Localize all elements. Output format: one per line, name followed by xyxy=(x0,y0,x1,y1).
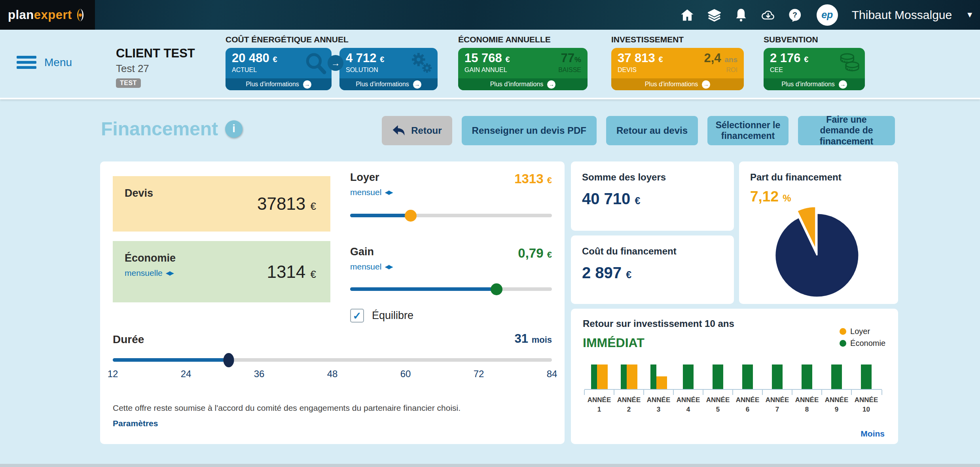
kpi-group-label: COÛT ÉNERGÉTIQUE ANNUEL xyxy=(226,35,438,44)
axis-label: ANNÉE1 xyxy=(584,390,614,414)
equilibre-row: ✓ Équilibre xyxy=(350,309,413,323)
arrow-right-icon: → xyxy=(702,80,710,89)
gain-label: Gain xyxy=(350,246,392,258)
legend-item: Loyer xyxy=(840,327,885,336)
gain-slider-thumb[interactable] xyxy=(491,283,502,295)
duree-scale-label: 36 xyxy=(254,368,265,380)
bar-economie xyxy=(742,364,753,389)
bar-economie xyxy=(650,364,656,389)
part-financement-card: Part du financement 7,12 % xyxy=(739,161,898,304)
topbar: planexpert ? ep Thibaut xyxy=(0,0,980,30)
bar-group xyxy=(733,364,762,389)
loyer-block: Loyer mensuel ◀▶ 1313 € xyxy=(350,171,552,235)
kpi-card-solution: 4 712 € SOLUTION Plus d'informations → xyxy=(339,48,438,90)
gain-period-toggle[interactable]: mensuel ◀▶ xyxy=(350,262,392,271)
loyer-label: Loyer xyxy=(350,171,392,184)
bottom-strip xyxy=(0,464,980,467)
help-icon[interactable]: ? xyxy=(788,8,802,22)
kpi-side-value: 2,4 ans xyxy=(704,51,737,65)
coins-icon xyxy=(837,51,861,74)
home-icon[interactable] xyxy=(681,8,694,22)
loyer-value: 1313 € xyxy=(514,171,552,186)
avatar[interactable]: ep xyxy=(817,4,838,26)
loyer-slider-thumb[interactable] xyxy=(405,210,417,222)
bar-group xyxy=(584,364,614,389)
kpi-group-economie: ÉCONOMIE ANNUELLE 15 768 € GAIN ANNUEL 7… xyxy=(458,35,588,90)
bar-economie xyxy=(591,364,597,389)
kpi-caption: GAIN ANNUEL xyxy=(464,66,510,74)
client-badge: TEST xyxy=(116,78,141,88)
bar-group xyxy=(673,364,703,389)
more-info-link[interactable]: Plus d'informations → xyxy=(458,78,588,90)
kpi-caption: DEVIS xyxy=(618,66,663,74)
page-title: Financement xyxy=(101,118,218,140)
legend-dot-icon xyxy=(840,328,846,335)
fill-pdf-button[interactable]: Renseigner un devis PDF xyxy=(462,116,597,145)
financing-note: Cette offre reste soumise à l'accord du … xyxy=(113,403,461,413)
legend-dot-icon xyxy=(840,340,846,347)
check-icon: ✓ xyxy=(353,311,362,321)
logo[interactable]: planexpert xyxy=(0,0,95,30)
info-icon[interactable]: i xyxy=(225,120,243,138)
user-name[interactable]: Thibaut Mossalgue xyxy=(852,8,952,22)
kpi-group-label: SUBVENTION xyxy=(764,35,865,44)
moins-link[interactable]: Moins xyxy=(861,429,885,439)
bar-loyer xyxy=(627,364,637,389)
duree-scale-label: 24 xyxy=(181,368,191,380)
kpi-group-label: INVESTISSEMENT xyxy=(611,35,744,44)
caret-down-icon[interactable]: ▼ xyxy=(966,10,974,19)
bar-economie xyxy=(831,364,842,389)
equilibre-checkbox[interactable]: ✓ xyxy=(350,309,364,323)
axis-label: ANNÉE2 xyxy=(614,390,644,414)
layers-icon[interactable] xyxy=(707,8,721,22)
request-financing-button[interactable]: Faire une demande de financement xyxy=(798,116,895,145)
axis-label: ANNÉE8 xyxy=(792,390,822,414)
duree-scale-label: 60 xyxy=(400,368,411,380)
kpi-side-caption: BAISSE xyxy=(558,66,581,74)
bar-group xyxy=(644,364,673,389)
bar-loyer xyxy=(597,364,608,389)
logo-expert: expert xyxy=(34,8,72,22)
bar-economie xyxy=(683,364,694,389)
bar-economie xyxy=(861,364,872,389)
notifications-icon[interactable] xyxy=(734,8,748,22)
kpi-group-investissement: INVESTISSEMENT 37 813 € DEVIS 2,4 ans RO… xyxy=(611,35,744,90)
parameters-link[interactable]: Paramètres xyxy=(113,419,158,428)
kpi-value: 15 768 € xyxy=(464,51,510,65)
more-info-link[interactable]: Plus d'informations → xyxy=(764,78,865,90)
back-button[interactable]: Retour xyxy=(382,116,452,145)
kpi-card-gain-annuel: 15 768 € GAIN ANNUEL 77% BAISSE Plus d'i… xyxy=(458,48,588,90)
logo-icon xyxy=(74,7,87,23)
financing-pie xyxy=(739,161,898,304)
loyer-slider[interactable] xyxy=(350,214,552,217)
hamburger-icon xyxy=(17,56,36,69)
economie-period-toggle[interactable]: mensuelle ◀▶ xyxy=(125,268,173,278)
duree-slider-thumb[interactable] xyxy=(224,353,234,367)
somme-loyers-title: Somme des loyers xyxy=(582,172,723,183)
more-info-link[interactable]: Plus d'informations → xyxy=(611,78,744,90)
more-info-link[interactable]: Plus d'informations → xyxy=(339,78,438,90)
duree-slider[interactable] xyxy=(113,358,552,362)
duree-value: 31 mois xyxy=(515,332,552,346)
arrow-right-icon: → xyxy=(328,55,343,71)
bar-economie xyxy=(713,364,723,389)
somme-loyers-value: 40 710 € xyxy=(582,190,723,208)
bar-economie xyxy=(802,364,812,389)
gain-slider[interactable] xyxy=(350,287,552,291)
loyer-period-toggle[interactable]: mensuel ◀▶ xyxy=(350,188,392,197)
cloud-download-icon[interactable] xyxy=(761,8,775,22)
roi-legend: LoyerÉconomie xyxy=(840,327,885,348)
page-title-row: Financement i xyxy=(101,118,243,140)
kpi-card-actuel: 20 480 € ACTUEL Plus d'informations → xyxy=(226,48,332,90)
menu-button[interactable]: Menu xyxy=(17,56,72,69)
more-info-link[interactable]: Plus d'informations → xyxy=(226,78,332,90)
gain-value: 0,79 € xyxy=(518,246,552,261)
back-to-devis-button[interactable]: Retour au devis xyxy=(606,116,698,145)
axis-label: ANNÉE3 xyxy=(644,390,673,414)
roi-card: Retour sur investissement 10 ans IMMÉDIA… xyxy=(571,309,898,444)
duree-scale: 12243648607284 xyxy=(113,368,552,380)
sliders-column: Loyer mensuel ◀▶ 1313 € Gain xyxy=(350,171,552,309)
client-block: CLIENT TEST Test 27 TEST xyxy=(116,46,195,88)
gears-icon xyxy=(409,51,434,76)
select-financing-button[interactable]: Sélectionner le financement xyxy=(707,116,789,145)
